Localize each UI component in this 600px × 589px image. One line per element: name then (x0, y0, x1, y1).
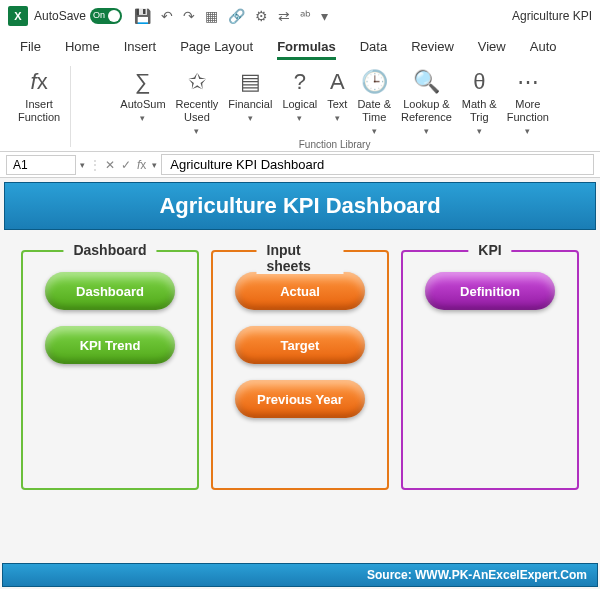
button-label: Logical (282, 98, 317, 111)
save-icon[interactable]: 💾 (134, 8, 151, 24)
chevron-down-icon: ▾ (248, 113, 253, 124)
money-icon: ▤ (240, 68, 261, 96)
chevron-down-icon: ▾ (372, 126, 377, 137)
card-title: KPI (468, 242, 511, 258)
source-footer: Source: WWW.PK-AnExcelExpert.Com (2, 563, 598, 587)
lookup-button[interactable]: 🔍Lookup & Reference▾ (397, 66, 456, 139)
kpi-trend-button[interactable]: KPI Trend (45, 326, 175, 364)
card-input-sheets: Input sheets Actual Target Previous Year (211, 250, 389, 490)
ribbon-tabs: File Home Insert Page Layout Formulas Da… (0, 32, 600, 60)
question-icon: ? (294, 68, 306, 96)
chevron-down-icon: ▾ (140, 113, 145, 124)
qat-icon[interactable]: ᵃᵇ (300, 8, 311, 24)
autosave-label: AutoSave (34, 9, 86, 23)
star-icon: ✩ (188, 68, 206, 96)
chevron-down-icon[interactable]: ▾ (80, 160, 85, 170)
enter-icon[interactable]: ✓ (121, 158, 131, 172)
definition-button[interactable]: Definition (425, 272, 555, 310)
tab-view[interactable]: View (466, 35, 518, 60)
autosum-button[interactable]: ∑AutoSum▾ (116, 66, 169, 139)
qat-icon[interactable]: ▦ (205, 8, 218, 24)
text-icon: A (330, 68, 345, 96)
ellipsis-icon: ⋯ (517, 68, 539, 96)
button-label: Text (327, 98, 347, 111)
card-kpi: KPI Definition (401, 250, 579, 490)
ribbon-group-label: Function Library (83, 139, 586, 150)
math-trig-button[interactable]: θMath & Trig▾ (458, 66, 501, 139)
card-title: Input sheets (257, 242, 344, 274)
chevron-down-icon[interactable]: ▾ (152, 160, 157, 170)
quick-access-toolbar: 💾 ↶ ↷ ▦ 🔗 ⚙ ⇄ ᵃᵇ ▾ (134, 8, 328, 24)
logical-button[interactable]: ?Logical▾ (278, 66, 321, 139)
insert-function-button[interactable]: fx Insert Function (14, 66, 64, 126)
chevron-down-icon[interactable]: ▾ (321, 8, 328, 24)
formula-bar: ▾ ⋮ ✕ ✓ fx ▾ (0, 152, 600, 178)
button-label: Insert Function (18, 98, 60, 124)
excel-logo-icon: X (8, 6, 28, 26)
toggle-on-icon[interactable]: On (90, 8, 122, 24)
card-container: Dashboard Dashboard KPI Trend Input shee… (2, 232, 598, 508)
sigma-icon: ∑ (135, 68, 151, 96)
text-button[interactable]: AText▾ (323, 66, 351, 139)
tab-automate[interactable]: Auto (518, 35, 569, 60)
button-label: Lookup & Reference (401, 98, 452, 124)
theta-icon: θ (473, 68, 485, 96)
ribbon-group-function-library: ∑AutoSum▾ ✩Recently Used▾ ▤Financial▾ ?L… (77, 66, 592, 147)
target-button[interactable]: Target (235, 326, 365, 364)
redo-icon[interactable]: ↷ (183, 8, 195, 24)
chevron-down-icon: ▾ (525, 126, 530, 137)
button-label: AutoSum (120, 98, 165, 111)
tab-insert[interactable]: Insert (112, 35, 169, 60)
button-label: More Function (507, 98, 549, 124)
card-dashboard: Dashboard Dashboard KPI Trend (21, 250, 199, 490)
previous-year-button[interactable]: Previous Year (235, 380, 365, 418)
tab-page-layout[interactable]: Page Layout (168, 35, 265, 60)
card-title: Dashboard (63, 242, 156, 258)
ribbon-group-insert-function: fx Insert Function (8, 66, 71, 147)
worksheet-area: Agriculture KPI Dashboard Dashboard Dash… (0, 178, 600, 589)
dashboard-button[interactable]: Dashboard (45, 272, 175, 310)
button-label: Financial (228, 98, 272, 111)
tab-home[interactable]: Home (53, 35, 112, 60)
chevron-down-icon: ▾ (297, 113, 302, 124)
chevron-down-icon: ▾ (335, 113, 340, 124)
formula-input[interactable] (161, 154, 594, 175)
financial-button[interactable]: ▤Financial▾ (224, 66, 276, 139)
tab-formulas[interactable]: Formulas (265, 35, 348, 60)
clock-icon: 🕒 (361, 68, 388, 96)
tab-file[interactable]: File (8, 35, 53, 60)
lookup-icon: 🔍 (413, 68, 440, 96)
dashboard-title-banner: Agriculture KPI Dashboard (4, 182, 596, 230)
chevron-down-icon: ▾ (424, 126, 429, 137)
ribbon: fx Insert Function ∑AutoSum▾ ✩Recently U… (0, 60, 600, 152)
qat-icon[interactable]: ⇄ (278, 8, 290, 24)
fx-icon[interactable]: fx (137, 158, 146, 172)
tab-data[interactable]: Data (348, 35, 399, 60)
cancel-icon[interactable]: ✕ (105, 158, 115, 172)
titlebar: X AutoSave On 💾 ↶ ↷ ▦ 🔗 ⚙ ⇄ ᵃᵇ ▾ Agricul… (0, 0, 600, 32)
undo-icon[interactable]: ↶ (161, 8, 173, 24)
document-title: Agriculture KPI (512, 9, 592, 23)
actual-button[interactable]: Actual (235, 272, 365, 310)
autosave-toggle[interactable]: AutoSave On (34, 8, 122, 24)
chevron-down-icon: ▾ (477, 126, 482, 137)
name-box[interactable] (6, 155, 76, 175)
qat-icon[interactable]: 🔗 (228, 8, 245, 24)
more-functions-button[interactable]: ⋯More Function▾ (503, 66, 553, 139)
date-time-button[interactable]: 🕒Date & Time▾ (353, 66, 395, 139)
chevron-down-icon: ▾ (194, 126, 199, 137)
tab-review[interactable]: Review (399, 35, 466, 60)
fx-icon: fx (31, 68, 48, 96)
button-label: Date & Time (357, 98, 391, 124)
button-label: Math & Trig (462, 98, 497, 124)
recently-used-button[interactable]: ✩Recently Used▾ (172, 66, 223, 139)
gear-icon[interactable]: ⚙ (255, 8, 268, 24)
button-label: Recently Used (176, 98, 219, 124)
